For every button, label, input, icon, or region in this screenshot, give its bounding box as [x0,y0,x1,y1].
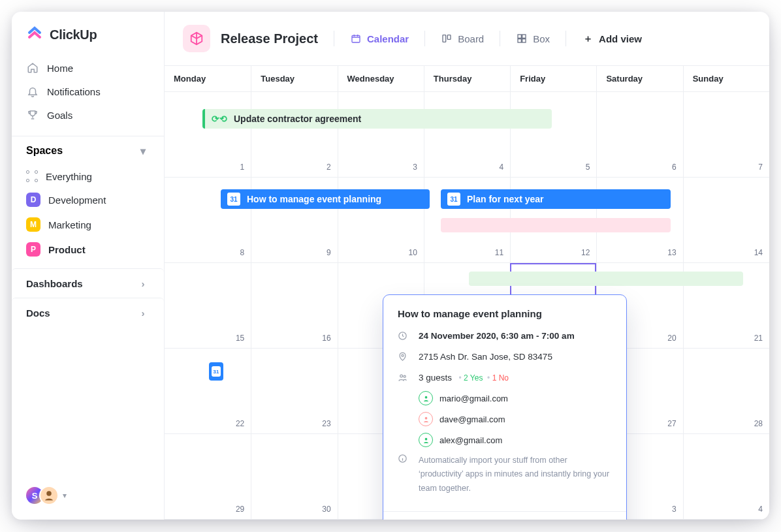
svg-rect-2 [443,35,446,42]
space-item-development[interactable]: D Development [18,187,157,212]
calendar-cell[interactable]: 1 [165,92,251,178]
space-badge: P [26,242,40,257]
chevron-right-icon: › [136,306,150,319]
day-number: 14 [754,248,763,257]
separator [334,31,334,46]
logo[interactable]: ClickUp [12,12,164,50]
event-manage-planning[interactable]: 31 How to manage event planning [221,189,430,209]
calendar-cell[interactable]: 5 [510,92,596,178]
event-label: Plan for next year [467,194,544,204]
location-icon [398,352,409,364]
calendar-badge-icon: 31 [227,193,240,206]
calendar-cell[interactable]: 28 [683,349,769,434]
day-header: Sunday [683,66,769,91]
view-box-label: Box [533,33,550,44]
topbar: Release Project Calendar Board Box ＋ Add… [165,12,769,65]
event-blue-snippet[interactable]: 31 [209,362,223,381]
day-number: 28 [754,419,763,428]
chevron-right-icon: › [136,277,150,290]
trophy-icon [26,108,39,121]
section-dashboards[interactable]: Dashboards › [12,268,164,298]
spaces-list: Everything D Development M Marketing P P… [12,165,164,268]
space-badge: D [26,193,40,207]
nav-goals-label: Goals [47,110,72,121]
day-number: 22 [236,419,244,428]
guest-list: mario@gmail.com dave@gmail.com alex@gmai… [419,391,612,447]
board-icon [441,33,453,44]
guest-email: alex@gmail.com [439,435,502,445]
guest-email: dave@gmail.com [439,415,505,424]
svg-point-11 [404,375,406,377]
day-number: 10 [408,248,417,257]
calendar-icon [350,33,362,44]
day-number: 12 [581,248,590,257]
event-update-contractor[interactable]: ⟳⟲ Update contractor agreement [202,109,552,129]
view-calendar[interactable]: Calendar [350,33,409,44]
separator [424,31,425,46]
space-item-marketing[interactable]: M Marketing [18,212,157,237]
day-number: 8 [240,248,245,257]
calendar-header: Monday Tuesday Wednesday Thursday Friday… [165,65,769,92]
spaces-header-label: Spaces [26,145,63,157]
popover-location-row: 2715 Ash Dr. San Jose, SD 83475 [398,352,612,364]
nav-goals[interactable]: Goals [18,103,157,127]
space-item-product[interactable]: P Product [18,237,157,262]
person-icon [419,391,433,405]
calendar-cell[interactable]: 2 [251,92,337,178]
day-number: 16 [322,334,330,343]
guest-row: dave@gmail.com [419,412,612,426]
view-board[interactable]: Board [441,33,484,44]
guest-email: mario@gmail.com [439,394,508,403]
calendar-cell[interactable]: 16 [251,263,337,349]
event-green-2[interactable] [469,272,743,286]
day-number: 2 [327,163,331,172]
day-number: 11 [495,248,503,257]
event-pink[interactable] [441,218,671,232]
section-docs[interactable]: Docs › [12,298,164,327]
svg-point-13 [424,416,427,419]
add-view-label: Add view [599,33,642,44]
calendar-cell[interactable]: 4 [424,92,510,178]
popover-guests-row: 3 guests • 2 Yes • 1 No [398,373,612,384]
nav-home[interactable]: Home [18,56,157,80]
app-window: ClickUp Home Notifications Goals Spaces … [12,12,769,520]
svg-point-10 [400,375,403,377]
calendar-cell[interactable]: 23 [251,349,337,434]
space-badge: M [26,217,40,232]
add-view-button[interactable]: ＋ Add view [582,33,642,44]
view-board-label: Board [458,33,484,44]
popover-location: 2715 Ash Dr. San Jose, SD 83475 [419,352,552,364]
calendar-cell[interactable]: 6 [596,92,682,178]
user-switcher[interactable]: S ▾ [12,475,164,520]
svg-point-14 [424,437,427,440]
section-docs-label: Docs [26,307,50,319]
calendar-cell[interactable]: 14 [683,178,769,263]
calendar-cell[interactable]: 7 [683,92,769,178]
day-number: 13 [667,248,676,257]
guest-row: alex@gmail.com [419,433,612,447]
day-number: 5 [586,163,590,172]
calendar-cell[interactable]: 22 [165,349,251,434]
plus-icon: ＋ [582,33,594,44]
event-plan-next-year[interactable]: 31 Plan for next year [441,189,671,209]
calendar-cell[interactable]: 15 [165,263,251,349]
day-number: 3 [672,505,677,514]
space-everything[interactable]: Everything [18,165,157,187]
nav-notifications[interactable]: Notifications [18,80,157,103]
svg-rect-5 [522,35,526,38]
calendar-cell[interactable]: 30 [251,434,337,520]
svg-rect-6 [518,39,521,42]
svg-rect-1 [352,35,360,42]
home-icon [26,61,39,74]
calendar-cell[interactable]: 29 [165,434,251,520]
spaces-header[interactable]: Spaces ▾ [12,136,164,165]
calendar-cell[interactable]: 3 [338,92,424,178]
svg-rect-3 [448,35,451,40]
logo-icon [26,26,43,43]
day-header: Wednesday [338,66,424,91]
calendar-cell[interactable]: 4 [683,434,769,520]
view-box[interactable]: Box [516,33,550,44]
guests-no: 1 No [492,373,509,383]
calendar-badge-icon: 31 [212,366,221,377]
day-header: Saturday [596,66,682,91]
